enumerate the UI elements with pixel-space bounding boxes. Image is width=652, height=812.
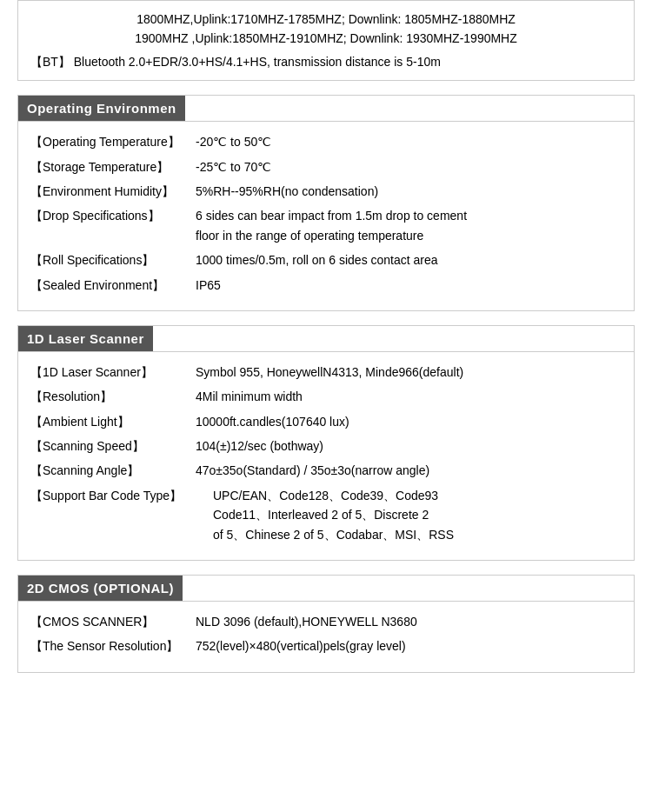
spec-value-drop: 6 sides can bear impact from 1.5m drop t… [196, 206, 622, 245]
spec-label-sealed: 【Sealed Environment】 [30, 276, 196, 295]
spec-row-resolution: 【Resolution】 4Mil minimum width [30, 387, 622, 406]
spec-value-resolution: 4Mil minimum width [196, 387, 622, 406]
top-line-3: 【BT】 Bluetooth 2.0+EDR/3.0+HS/4.1+HS, tr… [30, 52, 622, 71]
spec-label-sensor-res: 【The Sensor Resolution】 [30, 636, 196, 656]
spec-row-storage: 【Storage Temperature】 -25℃ to 70℃ [30, 157, 622, 176]
barcode-line2: Code11、Interleaved 2 of 5、Discrete 2 [213, 508, 429, 522]
spec-value-roll: 1000 times/0.5m, roll on 6 sides contact… [196, 250, 622, 270]
cmos-header-row: 2D CMOS (OPTIONAL) [17, 575, 635, 601]
page-wrapper: 1800MHZ,Uplink:1710MHZ-1785MHZ; Downlink… [0, 0, 652, 673]
laser-scanner-content-border: 【1D Laser Scanner】 Symbol 955, Honeywell… [17, 351, 635, 561]
drop-line1: 6 sides can bear impact from 1.5m drop t… [196, 209, 467, 223]
spec-value-storage: -25℃ to 70℃ [196, 157, 622, 176]
spec-value-1d-scanner: Symbol 955, HoneywellN4313, Minde966(def… [196, 363, 622, 382]
spec-row-1d-scanner: 【1D Laser Scanner】 Symbol 955, Honeywell… [30, 363, 622, 382]
spec-label-temp: 【Operating Temperature】 [30, 132, 196, 151]
operating-env-header: Operating Environmen [18, 96, 185, 121]
spec-label-scanning-speed: 【Scanning Speed】 [30, 436, 196, 456]
barcode-line3: of 5、Chinese 2 of 5、Codabar、MSI、RSS [213, 528, 454, 542]
cmos-content-border: 【CMOS SCANNER】 NLD 3096 (default),HONEYW… [17, 601, 635, 673]
spec-label-roll: 【Roll Specifications】 [30, 250, 196, 270]
cmos-content: 【CMOS SCANNER】 NLD 3096 (default),HONEYW… [18, 602, 634, 672]
operating-env-content-border: 【Operating Temperature】 -20℃ to 50℃ 【Sto… [17, 121, 635, 311]
cmos-header: 2D CMOS (OPTIONAL) [18, 576, 183, 601]
operating-env-header-row: Operating Environmen [17, 95, 635, 121]
top-section: 1800MHZ,Uplink:1710MHZ-1785MHZ; Downlink… [17, 0, 635, 81]
top-line-1: 1800MHZ,Uplink:1710MHZ-1785MHZ; Downlink… [30, 10, 622, 29]
laser-scanner-content: 【1D Laser Scanner】 Symbol 955, Honeywell… [18, 352, 634, 560]
top-line-2: 1900MHZ ,Uplink:1850MHZ-1910MHZ; Downlin… [30, 29, 622, 48]
spec-row-temp: 【Operating Temperature】 -20℃ to 50℃ [30, 132, 622, 151]
spec-value-sensor-res: 752(level)×480(vertical)pels(gray level) [196, 636, 622, 656]
spec-label-storage: 【Storage Temperature】 [30, 157, 196, 176]
spec-label-barcode-type: 【Support Bar Code Type】 [30, 486, 213, 505]
operating-env-content: 【Operating Temperature】 -20℃ to 50℃ 【Sto… [18, 122, 634, 310]
laser-scanner-header: 1D Laser Scanner [18, 326, 153, 351]
barcode-line1: UPC/EAN、Code128、Code39、Code93 [213, 489, 438, 503]
laser-scanner-header-row: 1D Laser Scanner [17, 325, 635, 351]
drop-line2: floor in the range of operating temperat… [196, 229, 423, 243]
spec-label-ambient: 【Ambient Light】 [30, 412, 196, 431]
spec-row-scanning-angle: 【Scanning Angle】 47o±35o(Standard) / 35o… [30, 461, 622, 480]
spec-row-humidity: 【Environment Humidity】 5%RH--95%RH(no co… [30, 182, 622, 201]
cmos-section: 2D CMOS (OPTIONAL) 【CMOS SCANNER】 NLD 30… [17, 575, 635, 673]
spec-row-ambient: 【Ambient Light】 10000ft.candles(107640 l… [30, 412, 622, 431]
spec-value-cmos-scanner: NLD 3096 (default),HONEYWELL N3680 [196, 612, 622, 631]
spec-row-sealed: 【Sealed Environment】 IP65 [30, 276, 622, 295]
spec-row-sensor-res: 【The Sensor Resolution】 752(level)×480(v… [30, 636, 622, 656]
spec-value-scanning-speed: 104(±)12/sec (bothway) [196, 436, 622, 456]
spec-row-roll: 【Roll Specifications】 1000 times/0.5m, r… [30, 250, 622, 270]
spec-label-drop: 【Drop Specifications】 [30, 206, 196, 225]
spec-label-scanning-angle: 【Scanning Angle】 [30, 461, 196, 480]
spec-label-humidity: 【Environment Humidity】 [30, 182, 196, 201]
spec-value-sealed: IP65 [196, 276, 622, 295]
spec-value-ambient: 10000ft.candles(107640 lux) [196, 412, 622, 431]
spec-value-barcode-type: UPC/EAN、Code128、Code39、Code93 Code11、Int… [213, 486, 622, 544]
spec-row-scanning-speed: 【Scanning Speed】 104(±)12/sec (bothway) [30, 436, 622, 456]
spec-label-1d-scanner: 【1D Laser Scanner】 [30, 363, 196, 382]
spec-value-scanning-angle: 47o±35o(Standard) / 35o±3o(narrow angle) [196, 461, 622, 480]
spec-row-barcode-type: 【Support Bar Code Type】 UPC/EAN、Code128、… [30, 486, 622, 544]
spec-row-cmos-scanner: 【CMOS SCANNER】 NLD 3096 (default),HONEYW… [30, 612, 622, 631]
spec-row-drop: 【Drop Specifications】 6 sides can bear i… [30, 206, 622, 245]
spec-label-cmos-scanner: 【CMOS SCANNER】 [30, 612, 196, 631]
spec-value-humidity: 5%RH--95%RH(no condensation) [196, 182, 622, 201]
operating-env-section: Operating Environmen 【Operating Temperat… [17, 95, 635, 311]
spec-label-resolution: 【Resolution】 [30, 387, 196, 406]
laser-scanner-section: 1D Laser Scanner 【1D Laser Scanner】 Symb… [17, 325, 635, 561]
spec-value-temp: -20℃ to 50℃ [196, 132, 622, 151]
